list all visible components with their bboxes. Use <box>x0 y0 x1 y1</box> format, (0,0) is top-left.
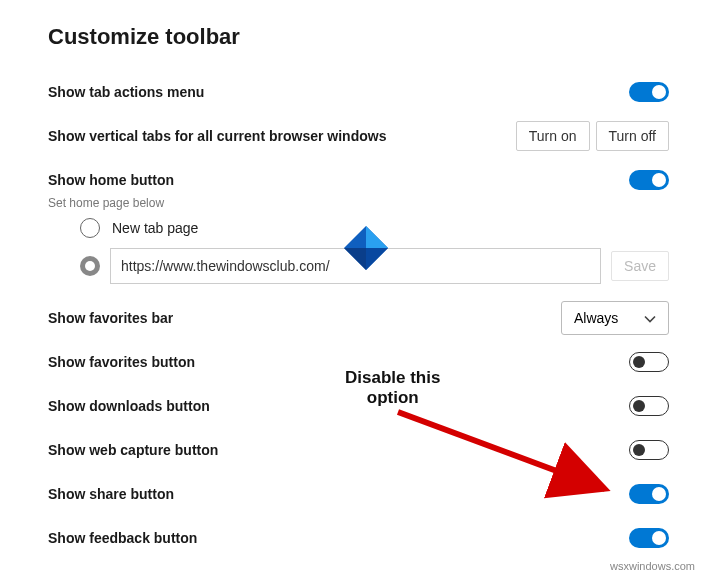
radio-row-new-tab: New tab page <box>80 218 669 238</box>
label-tab-actions: Show tab actions menu <box>48 84 204 100</box>
label-favorites-button: Show favorites button <box>48 354 195 370</box>
turn-off-button[interactable]: Turn off <box>596 121 669 151</box>
radio-row-url: Save <box>80 248 669 284</box>
toggle-favorites-button[interactable] <box>629 352 669 372</box>
favorites-bar-dropdown[interactable]: Always <box>561 301 669 335</box>
label-feedback: Show feedback button <box>48 530 197 546</box>
turn-on-button[interactable]: Turn on <box>516 121 590 151</box>
toggle-web-capture[interactable] <box>629 440 669 460</box>
row-downloads: Show downloads button <box>48 386 669 426</box>
toggle-downloads[interactable] <box>629 396 669 416</box>
row-favorites-button: Show favorites button <box>48 342 669 382</box>
row-tab-actions: Show tab actions menu <box>48 72 669 112</box>
dropdown-value: Always <box>574 310 618 326</box>
vertical-tabs-buttons: Turn on Turn off <box>516 121 669 151</box>
toggle-feedback[interactable] <box>629 528 669 548</box>
page-title: Customize toolbar <box>48 24 669 50</box>
toggle-home-button[interactable] <box>629 170 669 190</box>
row-home-button: Show home button <box>48 160 669 200</box>
save-button[interactable]: Save <box>611 251 669 281</box>
row-web-capture: Show web capture button <box>48 430 669 470</box>
radio-new-tab-label: New tab page <box>112 220 198 236</box>
label-favorites-bar: Show favorites bar <box>48 310 173 326</box>
label-vertical-tabs: Show vertical tabs for all current brows… <box>48 128 386 144</box>
row-vertical-tabs: Show vertical tabs for all current brows… <box>48 116 669 156</box>
row-share: Show share button <box>48 474 669 514</box>
row-favorites-bar: Show favorites bar Always <box>48 298 669 338</box>
row-feedback: Show feedback button <box>48 518 669 558</box>
home-url-input[interactable] <box>110 248 601 284</box>
label-share: Show share button <box>48 486 174 502</box>
toggle-share[interactable] <box>629 484 669 504</box>
customize-toolbar-panel: Customize toolbar Show tab actions menu … <box>0 0 701 572</box>
label-downloads: Show downloads button <box>48 398 210 414</box>
chevron-down-icon <box>644 312 656 324</box>
toggle-tab-actions[interactable] <box>629 82 669 102</box>
label-home-button: Show home button <box>48 172 174 188</box>
label-web-capture: Show web capture button <box>48 442 218 458</box>
radio-url[interactable] <box>80 256 100 276</box>
watermark: wsxwindows.com <box>610 560 695 572</box>
radio-new-tab[interactable] <box>80 218 100 238</box>
home-subtext: Set home page below <box>48 196 669 210</box>
